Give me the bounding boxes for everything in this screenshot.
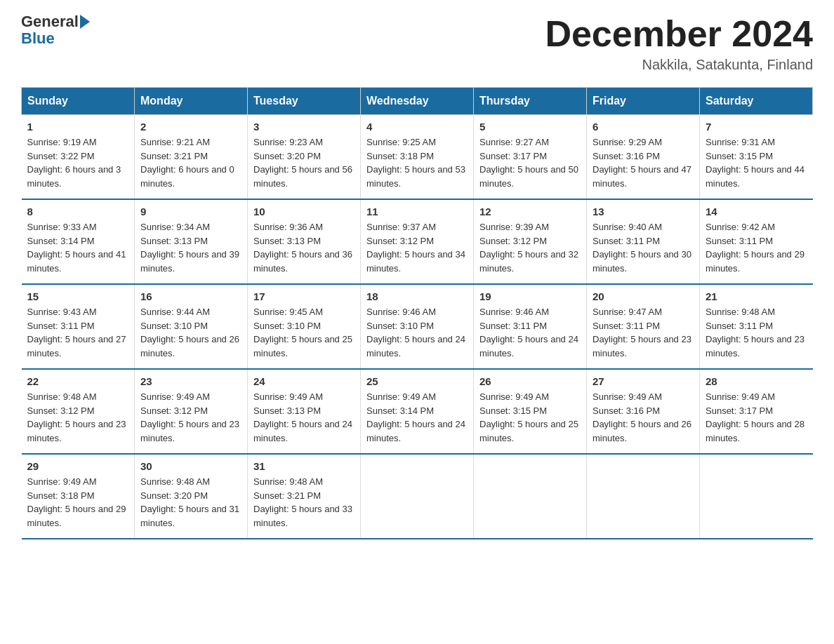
calendar-day-cell: 10 Sunrise: 9:36 AMSunset: 3:13 PMDaylig… (248, 199, 361, 284)
calendar-week-row: 8 Sunrise: 9:33 AMSunset: 3:14 PMDayligh… (22, 199, 813, 284)
calendar-day-cell: 8 Sunrise: 9:33 AMSunset: 3:14 PMDayligh… (22, 199, 135, 284)
calendar-day-cell: 9 Sunrise: 9:34 AMSunset: 3:13 PMDayligh… (135, 199, 248, 284)
day-info: Sunrise: 9:21 AMSunset: 3:21 PMDaylight:… (140, 137, 234, 189)
calendar-month-title: December 2024 (545, 14, 813, 54)
day-info: Sunrise: 9:45 AMSunset: 3:10 PMDaylight:… (253, 307, 352, 358)
calendar-day-cell: 14 Sunrise: 9:42 AMSunset: 3:11 PMDaylig… (700, 199, 813, 284)
calendar-day-cell: 2 Sunrise: 9:21 AMSunset: 3:21 PMDayligh… (135, 115, 248, 200)
day-info: Sunrise: 9:25 AMSunset: 3:18 PMDaylight:… (366, 137, 465, 189)
day-info: Sunrise: 9:48 AMSunset: 3:11 PMDaylight:… (706, 307, 805, 358)
day-number: 21 (706, 290, 807, 302)
calendar-day-cell: 20 Sunrise: 9:47 AMSunset: 3:11 PMDaylig… (587, 284, 700, 369)
calendar-day-cell: 31 Sunrise: 9:48 AMSunset: 3:21 PMDaylig… (248, 454, 361, 539)
calendar-day-cell: 17 Sunrise: 9:45 AMSunset: 3:10 PMDaylig… (248, 284, 361, 369)
calendar-day-cell: 21 Sunrise: 9:48 AMSunset: 3:11 PMDaylig… (700, 284, 813, 369)
day-info: Sunrise: 9:39 AMSunset: 3:12 PMDaylight:… (479, 222, 578, 274)
logo: General Blue (21, 14, 91, 48)
calendar-day-cell: 5 Sunrise: 9:27 AMSunset: 3:17 PMDayligh… (474, 115, 587, 200)
weekday-header-row: SundayMondayTuesdayWednesdayThursdayFrid… (22, 88, 813, 115)
day-number: 8 (27, 206, 129, 217)
day-info: Sunrise: 9:48 AMSunset: 3:12 PMDaylight:… (27, 391, 126, 443)
calendar-day-cell: 30 Sunrise: 9:48 AMSunset: 3:20 PMDaylig… (135, 454, 248, 539)
weekday-header-monday: Monday (135, 88, 248, 115)
day-info: Sunrise: 9:48 AMSunset: 3:21 PMDaylight:… (253, 476, 352, 528)
day-number: 28 (706, 375, 807, 387)
day-info: Sunrise: 9:40 AMSunset: 3:11 PMDaylight:… (593, 222, 691, 274)
day-number: 23 (140, 375, 241, 387)
weekday-header-friday: Friday (587, 88, 700, 115)
day-info: Sunrise: 9:27 AMSunset: 3:17 PMDaylight:… (479, 137, 578, 189)
weekday-header-thursday: Thursday (474, 88, 587, 115)
day-info: Sunrise: 9:33 AMSunset: 3:14 PMDaylight:… (27, 222, 126, 274)
day-info: Sunrise: 9:49 AMSunset: 3:18 PMDaylight:… (27, 476, 126, 528)
day-number: 11 (366, 206, 468, 217)
weekday-header-tuesday: Tuesday (248, 88, 361, 115)
calendar-week-row: 29 Sunrise: 9:49 AMSunset: 3:18 PMDaylig… (22, 454, 813, 539)
day-number: 26 (479, 375, 581, 387)
calendar-title-block: December 2024 Nakkila, Satakunta, Finlan… (545, 14, 813, 73)
calendar-day-cell: 28 Sunrise: 9:49 AMSunset: 3:17 PMDaylig… (700, 369, 813, 454)
calendar-table: SundayMondayTuesdayWednesdayThursdayFrid… (21, 87, 813, 539)
logo-blue-text: Blue (21, 29, 55, 48)
day-info: Sunrise: 9:47 AMSunset: 3:11 PMDaylight:… (593, 307, 691, 358)
header: General Blue December 2024 Nakkila, Sata… (21, 14, 813, 73)
day-number: 9 (140, 206, 241, 217)
logo-arrow-icon (80, 15, 90, 29)
day-number: 18 (366, 290, 468, 302)
calendar-day-cell: 29 Sunrise: 9:49 AMSunset: 3:18 PMDaylig… (22, 454, 135, 539)
calendar-week-row: 1 Sunrise: 9:19 AMSunset: 3:22 PMDayligh… (22, 115, 813, 200)
calendar-day-cell: 23 Sunrise: 9:49 AMSunset: 3:12 PMDaylig… (135, 369, 248, 454)
day-number: 14 (706, 206, 807, 217)
calendar-day-cell (700, 454, 813, 539)
day-number: 6 (593, 121, 694, 133)
day-number: 10 (253, 206, 355, 217)
calendar-day-cell: 12 Sunrise: 9:39 AMSunset: 3:12 PMDaylig… (474, 199, 587, 284)
day-info: Sunrise: 9:49 AMSunset: 3:13 PMDaylight:… (253, 391, 352, 443)
day-info: Sunrise: 9:36 AMSunset: 3:13 PMDaylight:… (253, 222, 352, 274)
day-number: 1 (27, 121, 129, 133)
day-number: 30 (140, 460, 241, 472)
calendar-day-cell: 27 Sunrise: 9:49 AMSunset: 3:16 PMDaylig… (587, 369, 700, 454)
day-info: Sunrise: 9:34 AMSunset: 3:13 PMDaylight:… (140, 222, 239, 274)
calendar-day-cell: 16 Sunrise: 9:44 AMSunset: 3:10 PMDaylig… (135, 284, 248, 369)
day-number: 5 (479, 121, 581, 133)
day-number: 22 (27, 375, 129, 387)
day-number: 19 (479, 290, 581, 302)
day-number: 20 (593, 290, 694, 302)
calendar-day-cell: 22 Sunrise: 9:48 AMSunset: 3:12 PMDaylig… (22, 369, 135, 454)
day-number: 12 (479, 206, 581, 217)
calendar-day-cell: 15 Sunrise: 9:43 AMSunset: 3:11 PMDaylig… (22, 284, 135, 369)
day-number: 3 (253, 121, 355, 133)
day-number: 2 (140, 121, 241, 133)
calendar-week-row: 15 Sunrise: 9:43 AMSunset: 3:11 PMDaylig… (22, 284, 813, 369)
day-info: Sunrise: 9:49 AMSunset: 3:14 PMDaylight:… (366, 391, 465, 443)
day-number: 16 (140, 290, 241, 302)
day-number: 7 (706, 121, 807, 133)
day-info: Sunrise: 9:48 AMSunset: 3:20 PMDaylight:… (140, 476, 239, 528)
day-info: Sunrise: 9:49 AMSunset: 3:12 PMDaylight:… (140, 391, 239, 443)
day-info: Sunrise: 9:49 AMSunset: 3:15 PMDaylight:… (479, 391, 578, 443)
day-number: 27 (593, 375, 694, 387)
day-number: 29 (27, 460, 129, 472)
calendar-day-cell: 24 Sunrise: 9:49 AMSunset: 3:13 PMDaylig… (248, 369, 361, 454)
day-info: Sunrise: 9:31 AMSunset: 3:15 PMDaylight:… (706, 137, 805, 189)
calendar-day-cell: 19 Sunrise: 9:46 AMSunset: 3:11 PMDaylig… (474, 284, 587, 369)
day-number: 4 (366, 121, 468, 133)
day-info: Sunrise: 9:43 AMSunset: 3:11 PMDaylight:… (27, 307, 126, 358)
day-info: Sunrise: 9:49 AMSunset: 3:16 PMDaylight:… (593, 391, 691, 443)
calendar-day-cell (587, 454, 700, 539)
day-info: Sunrise: 9:44 AMSunset: 3:10 PMDaylight:… (140, 307, 239, 358)
logo-general-text: General (21, 14, 79, 29)
calendar-day-cell: 13 Sunrise: 9:40 AMSunset: 3:11 PMDaylig… (587, 199, 700, 284)
day-info: Sunrise: 9:46 AMSunset: 3:10 PMDaylight:… (366, 307, 465, 358)
day-info: Sunrise: 9:42 AMSunset: 3:11 PMDaylight:… (706, 222, 805, 274)
calendar-day-cell: 18 Sunrise: 9:46 AMSunset: 3:10 PMDaylig… (361, 284, 474, 369)
day-info: Sunrise: 9:29 AMSunset: 3:16 PMDaylight:… (593, 137, 691, 189)
weekday-header-wednesday: Wednesday (361, 88, 474, 115)
calendar-day-cell (474, 454, 587, 539)
calendar-day-cell: 11 Sunrise: 9:37 AMSunset: 3:12 PMDaylig… (361, 199, 474, 284)
day-number: 25 (366, 375, 468, 387)
calendar-day-cell (361, 454, 474, 539)
day-info: Sunrise: 9:37 AMSunset: 3:12 PMDaylight:… (366, 222, 465, 274)
calendar-day-cell: 26 Sunrise: 9:49 AMSunset: 3:15 PMDaylig… (474, 369, 587, 454)
